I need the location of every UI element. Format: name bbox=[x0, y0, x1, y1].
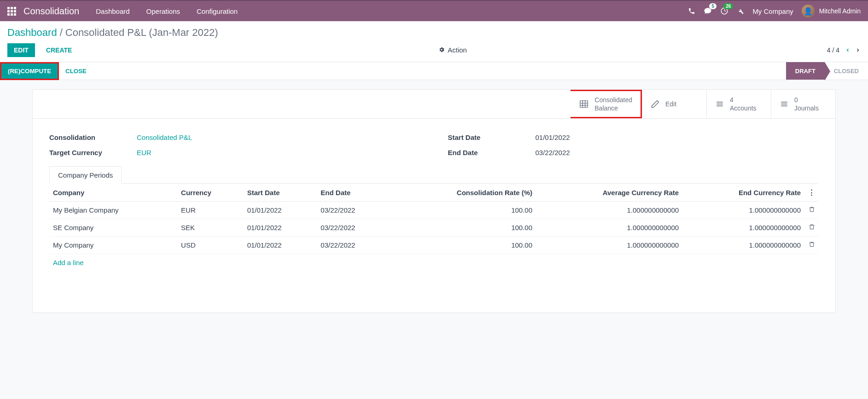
value-end-date: 03/22/2022 bbox=[536, 149, 570, 156]
stage-closed[interactable]: CLOSED bbox=[825, 62, 868, 80]
breadcrumb-current: Consolidated P&L (Jan-Mar 2022) bbox=[65, 27, 218, 39]
stat-accounts-count: 4 bbox=[730, 96, 757, 104]
cell-avg: 1.000000000000 bbox=[536, 219, 682, 237]
main: Consolidated Balance Edit 4 Accounts 0 bbox=[0, 80, 868, 322]
stat-edit[interactable]: Edit bbox=[642, 90, 706, 118]
pager: 4 / 4 bbox=[827, 46, 861, 54]
cell-rate: 100.00 bbox=[390, 219, 536, 237]
stat-accounts-label: Accounts bbox=[730, 104, 757, 112]
value-target-currency[interactable]: EUR bbox=[137, 149, 151, 156]
edit-button[interactable]: EDIT bbox=[7, 43, 35, 57]
field-start-date: Start Date 01/01/2022 bbox=[448, 133, 819, 141]
stage-bar: DRAFT CLOSED bbox=[786, 62, 868, 80]
stat-balance-line1: Consolidated bbox=[594, 96, 632, 104]
th-company: Company bbox=[49, 184, 177, 202]
nav-right: 5 26 My Company 👤 Mitchell Admin bbox=[688, 5, 861, 17]
cell-endc: 1.000000000000 bbox=[682, 202, 804, 219]
stat-journals[interactable]: 0 Journals bbox=[771, 90, 835, 118]
company-periods-table: Company Currency Start Date End Date Con… bbox=[49, 184, 819, 254]
th-end: End Date bbox=[317, 184, 390, 202]
breadcrumb: Dashboard / Consolidated P&L (Jan-Mar 20… bbox=[7, 27, 861, 39]
stat-balance-line2: Balance bbox=[594, 104, 632, 112]
pencil-icon bbox=[651, 99, 660, 109]
form-grid: Consolidation Consolidated P&L Start Dat… bbox=[33, 119, 835, 166]
tab-company-periods[interactable]: Company Periods bbox=[49, 166, 122, 184]
table-row[interactable]: SE CompanySEK01/01/202203/22/2022100.001… bbox=[49, 219, 819, 237]
tools-icon[interactable] bbox=[737, 7, 744, 15]
stage-draft[interactable]: DRAFT bbox=[786, 62, 825, 80]
table-row[interactable]: My Belgian CompanyEUR01/01/202203/22/202… bbox=[49, 202, 819, 219]
value-start-date: 01/01/2022 bbox=[536, 133, 570, 141]
menu-operations[interactable]: Operations bbox=[146, 7, 180, 15]
grid-icon bbox=[579, 99, 589, 109]
cell-end: 03/22/2022 bbox=[317, 202, 390, 219]
cell-endc: 1.000000000000 bbox=[682, 237, 804, 254]
field-end-date: End Date 03/22/2022 bbox=[448, 149, 819, 156]
cell-rate: 100.00 bbox=[390, 237, 536, 254]
pager-prev-icon[interactable] bbox=[845, 46, 851, 54]
company-selector[interactable]: My Company bbox=[752, 7, 793, 15]
top-nav: Consolidation Dashboard Operations Confi… bbox=[0, 0, 868, 21]
svg-rect-0 bbox=[580, 101, 588, 108]
stat-edit-label: Edit bbox=[665, 100, 676, 108]
cell-company: SE Company bbox=[49, 219, 177, 237]
label-end-date: End Date bbox=[448, 149, 536, 156]
messages-icon[interactable]: 5 bbox=[704, 7, 712, 15]
label-start-date: Start Date bbox=[448, 133, 536, 141]
stat-accounts[interactable]: 4 Accounts bbox=[706, 90, 771, 118]
cell-start: 01/01/2022 bbox=[244, 237, 317, 254]
tab-list: Company Periods bbox=[49, 166, 819, 184]
th-options[interactable]: ⋮ bbox=[804, 184, 819, 202]
add-line-button[interactable]: Add a line bbox=[49, 254, 819, 271]
apps-icon[interactable] bbox=[7, 7, 16, 16]
menu-dashboard[interactable]: Dashboard bbox=[96, 7, 129, 15]
cell-currency: USD bbox=[177, 237, 244, 254]
control-bar: Dashboard / Consolidated P&L (Jan-Mar 20… bbox=[0, 21, 868, 62]
cell-start: 01/01/2022 bbox=[244, 202, 317, 219]
stat-consolidated-balance[interactable]: Consolidated Balance bbox=[571, 90, 642, 118]
activities-icon[interactable]: 26 bbox=[720, 7, 728, 15]
row-delete-icon[interactable] bbox=[804, 237, 819, 254]
th-rate: Consolidation Rate (%) bbox=[390, 184, 536, 202]
messages-badge: 5 bbox=[709, 3, 717, 9]
field-target-currency: Target Currency EUR bbox=[49, 149, 420, 156]
recompute-button[interactable]: (RE)COMPUTE bbox=[1, 64, 58, 79]
close-button[interactable]: CLOSE bbox=[59, 64, 93, 79]
action-menu[interactable]: Action bbox=[438, 46, 467, 54]
cell-endc: 1.000000000000 bbox=[682, 219, 804, 237]
th-avg: Average Currency Rate bbox=[536, 184, 682, 202]
stat-journals-label: Journals bbox=[794, 104, 819, 112]
stat-journals-count: 0 bbox=[794, 96, 819, 104]
create-button[interactable]: CREATE bbox=[40, 43, 79, 57]
cell-start: 01/01/2022 bbox=[244, 219, 317, 237]
cell-rate: 100.00 bbox=[390, 202, 536, 219]
form-card: Consolidated Balance Edit 4 Accounts 0 bbox=[32, 89, 836, 313]
control-row: EDIT CREATE Action 4 / 4 bbox=[7, 43, 861, 57]
menu-configuration[interactable]: Configuration bbox=[197, 7, 238, 15]
row-delete-icon[interactable] bbox=[804, 202, 819, 219]
tabs: Company Periods bbox=[33, 166, 835, 184]
activities-badge: 26 bbox=[723, 3, 733, 9]
th-currency: Currency bbox=[177, 184, 244, 202]
cell-company: My Belgian Company bbox=[49, 202, 177, 219]
status-bar: (RE)COMPUTE CLOSE DRAFT CLOSED bbox=[0, 62, 868, 80]
gear-icon bbox=[438, 46, 445, 53]
stat-bar: Consolidated Balance Edit 4 Accounts 0 bbox=[33, 90, 835, 119]
main-menu: Dashboard Operations Configuration bbox=[96, 7, 238, 15]
row-delete-icon[interactable] bbox=[804, 219, 819, 237]
user-menu[interactable]: 👤 Mitchell Admin bbox=[802, 5, 861, 17]
cell-end: 03/22/2022 bbox=[317, 237, 390, 254]
action-label: Action bbox=[448, 46, 467, 54]
table-wrap: Company Currency Start Date End Date Con… bbox=[33, 184, 835, 312]
list-icon bbox=[780, 99, 789, 109]
user-name: Mitchell Admin bbox=[819, 7, 861, 15]
breadcrumb-sep: / bbox=[60, 27, 63, 39]
phone-icon[interactable] bbox=[688, 7, 695, 15]
table-row[interactable]: My CompanyUSD01/01/202203/22/2022100.001… bbox=[49, 237, 819, 254]
pager-text: 4 / 4 bbox=[827, 46, 839, 54]
breadcrumb-root[interactable]: Dashboard bbox=[7, 27, 57, 39]
th-endc: End Currency Rate bbox=[682, 184, 804, 202]
value-consolidation[interactable]: Consolidated P&L bbox=[137, 133, 192, 141]
pager-next-icon[interactable] bbox=[855, 46, 861, 54]
label-consolidation: Consolidation bbox=[49, 133, 137, 141]
